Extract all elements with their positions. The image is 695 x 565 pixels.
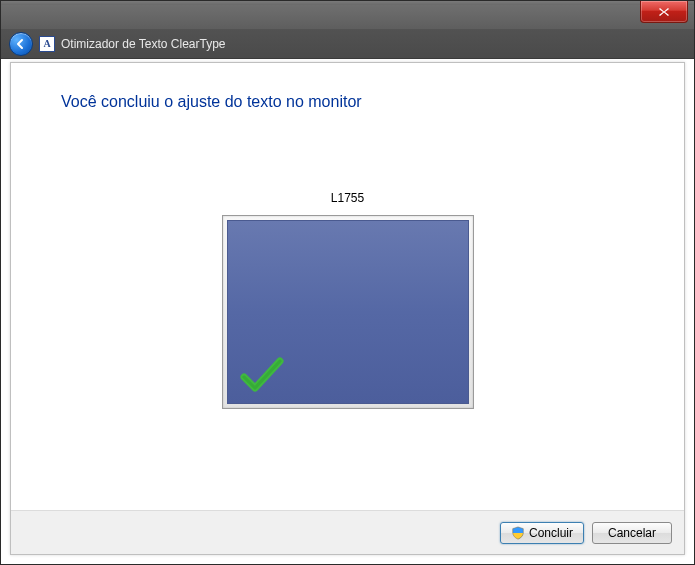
shield-icon [511, 526, 525, 540]
finish-button-label: Concluir [529, 526, 573, 540]
checkmark-icon [240, 355, 284, 395]
titlebar [1, 5, 694, 29]
monitor-screen [227, 220, 469, 404]
arrow-left-icon [14, 37, 28, 51]
monitor-name-label: L1755 [61, 191, 634, 205]
page-heading: Você concluiu o ajuste do texto no monit… [61, 93, 634, 111]
back-button[interactable] [9, 32, 33, 56]
close-icon [658, 7, 670, 17]
wizard-window: A Otimizador de Texto ClearType Você con… [0, 0, 695, 565]
footer-bar: Concluir Cancelar [11, 510, 684, 554]
monitor-preview [222, 215, 474, 409]
monitor-area: L1755 [61, 191, 634, 412]
window-title: Otimizador de Texto ClearType [61, 37, 226, 51]
content-panel: Você concluiu o ajuste do texto no monit… [10, 62, 685, 555]
cancel-button-label: Cancelar [608, 526, 656, 540]
cancel-button[interactable]: Cancelar [592, 522, 672, 544]
finish-button[interactable]: Concluir [500, 522, 584, 544]
close-button[interactable] [640, 1, 688, 23]
app-icon: A [39, 36, 55, 52]
navbar: A Otimizador de Texto ClearType [1, 29, 694, 59]
content-main: Você concluiu o ajuste do texto no monit… [11, 63, 684, 510]
app-icon-letter: A [43, 38, 50, 49]
